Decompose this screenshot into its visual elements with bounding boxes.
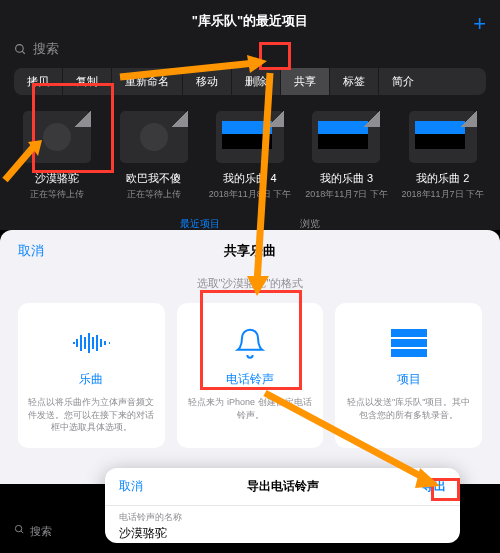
search-input-bottom[interactable]: 搜索 xyxy=(14,524,52,539)
svg-point-4 xyxy=(15,525,21,531)
svg-rect-1 xyxy=(391,329,427,337)
tab-tags[interactable]: 标签 xyxy=(330,68,379,95)
cancel-button[interactable]: 取消 xyxy=(18,242,44,260)
garageband-icon xyxy=(43,123,71,151)
option-song[interactable]: 乐曲 轻点以将乐曲作为立体声音频文件发送。您可以在接下来的对话框中选取具体选项。 xyxy=(18,303,165,448)
svg-point-0 xyxy=(16,44,24,52)
add-button[interactable]: + xyxy=(473,11,486,37)
garageband-icon xyxy=(140,123,168,151)
tab-copy[interactable]: 拷贝 xyxy=(14,68,63,95)
search-icon xyxy=(14,43,27,56)
tracks-icon xyxy=(389,323,429,363)
search-icon xyxy=(14,524,25,535)
export-title: 导出电话铃声 xyxy=(247,478,319,495)
search-input[interactable]: 搜索 xyxy=(14,40,486,58)
tab-recent[interactable]: 最近项目 xyxy=(180,217,220,231)
project-item[interactable]: 我的乐曲 2 2018年11月7日 下午 xyxy=(400,111,486,201)
option-ringtone[interactable]: 电话铃声 轻点来为 iPhone 创建自定电话铃声。 xyxy=(177,303,324,448)
context-menu: 拷贝 复制 重新命名 移动 删除 共享 标签 简介 xyxy=(14,68,486,95)
export-label: 电话铃声的名称 xyxy=(105,506,460,525)
tab-move[interactable]: 移动 xyxy=(183,68,232,95)
export-confirm[interactable]: 导出 xyxy=(422,478,446,495)
page-title: "库乐队"的最近项目 xyxy=(192,13,308,28)
export-cancel[interactable]: 取消 xyxy=(119,478,143,495)
project-item[interactable]: 欧巴我不傻 正在等待上传 xyxy=(110,111,196,201)
sheet-title: 共享乐曲 xyxy=(224,242,276,260)
tab-info[interactable]: 简介 xyxy=(379,68,427,95)
project-item[interactable]: 沙漠骆驼 正在等待上传 xyxy=(14,111,100,201)
tab-share[interactable]: 共享 xyxy=(281,68,330,95)
waveform-icon xyxy=(71,323,111,363)
export-value[interactable]: 沙漠骆驼 xyxy=(105,525,460,542)
svg-rect-3 xyxy=(391,349,427,357)
sheet-subtitle: 选取"沙漠骆驼"的格式 xyxy=(0,272,500,303)
tab-browse[interactable]: 浏览 xyxy=(300,217,320,231)
svg-rect-2 xyxy=(391,339,427,347)
project-item[interactable]: 我的乐曲 4 2018年11月8日 下午 xyxy=(207,111,293,201)
option-project[interactable]: 项目 轻点以发送"库乐队"项目。其中包含您的所有多轨录音。 xyxy=(335,303,482,448)
tab-duplicate[interactable]: 复制 xyxy=(63,68,112,95)
tab-delete[interactable]: 删除 xyxy=(232,68,281,95)
project-item[interactable]: 我的乐曲 3 2018年11月7日 下午 xyxy=(303,111,389,201)
bell-icon xyxy=(230,323,270,363)
tab-rename[interactable]: 重新命名 xyxy=(112,68,183,95)
export-dialog: 取消 导出电话铃声 导出 电话铃声的名称 沙漠骆驼 xyxy=(105,468,460,543)
share-sheet: 取消 共享乐曲 选取"沙漠骆驼"的格式 乐曲 轻点以将乐曲作为立体声音频文件发送… xyxy=(0,230,500,484)
